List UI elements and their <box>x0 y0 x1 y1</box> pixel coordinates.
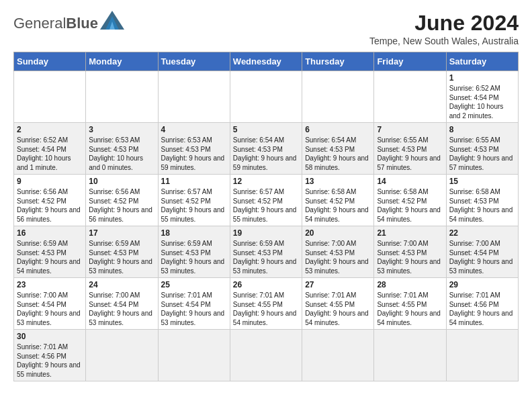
day-info: Sunrise: 6:58 AM Sunset: 4:53 PM Dayligh… <box>449 187 515 224</box>
day-cell: 9Sunrise: 6:56 AM Sunset: 4:52 PM Daylig… <box>14 175 86 226</box>
day-number: 14 <box>377 177 443 186</box>
day-info: Sunrise: 7:00 AM Sunset: 4:54 PM Dayligh… <box>449 239 515 275</box>
week-row-5: 23Sunrise: 7:00 AM Sunset: 4:54 PM Dayli… <box>14 278 519 330</box>
day-cell: 25Sunrise: 7:01 AM Sunset: 4:54 PM Dayli… <box>158 278 230 330</box>
day-number: 25 <box>161 280 227 289</box>
weekday-header-tuesday: Tuesday <box>158 52 230 71</box>
day-number: 3 <box>89 125 154 134</box>
day-cell: 16Sunrise: 6:59 AM Sunset: 4:53 PM Dayli… <box>14 226 86 278</box>
day-number: 10 <box>89 177 154 186</box>
day-cell: 20Sunrise: 7:00 AM Sunset: 4:53 PM Dayli… <box>302 226 374 278</box>
day-cell: 4Sunrise: 6:53 AM Sunset: 4:53 PM Daylig… <box>158 123 230 175</box>
weekday-header-wednesday: Wednesday <box>230 52 302 71</box>
day-cell: 14Sunrise: 6:58 AM Sunset: 4:52 PM Dayli… <box>374 175 446 226</box>
month-title: June 2024 <box>369 11 519 36</box>
day-info: Sunrise: 6:55 AM Sunset: 4:53 PM Dayligh… <box>377 136 443 172</box>
day-info: Sunrise: 7:01 AM Sunset: 4:56 PM Dayligh… <box>449 291 515 327</box>
weekday-header-monday: Monday <box>86 52 158 71</box>
week-row-4: 16Sunrise: 6:59 AM Sunset: 4:53 PM Dayli… <box>14 226 519 278</box>
day-info: Sunrise: 7:01 AM Sunset: 4:56 PM Dayligh… <box>17 342 83 379</box>
day-cell: 13Sunrise: 6:58 AM Sunset: 4:52 PM Dayli… <box>302 175 374 226</box>
day-number: 17 <box>89 228 154 238</box>
location-subtitle: Tempe, New South Wales, Australia <box>369 36 519 46</box>
day-cell: 2Sunrise: 6:52 AM Sunset: 4:54 PM Daylig… <box>14 123 86 175</box>
day-number: 23 <box>17 280 83 289</box>
day-cell: 24Sunrise: 7:00 AM Sunset: 4:54 PM Dayli… <box>86 278 158 330</box>
day-number: 12 <box>233 177 299 186</box>
weekday-header-saturday: Saturday <box>446 52 518 71</box>
day-number: 26 <box>233 280 299 289</box>
day-cell: 18Sunrise: 6:59 AM Sunset: 4:53 PM Dayli… <box>158 226 230 278</box>
week-row-2: 2Sunrise: 6:52 AM Sunset: 4:54 PM Daylig… <box>14 123 519 175</box>
day-info: Sunrise: 7:01 AM Sunset: 4:55 PM Dayligh… <box>377 291 443 327</box>
day-cell <box>374 71 446 123</box>
day-cell: 10Sunrise: 6:56 AM Sunset: 4:52 PM Dayli… <box>86 175 158 226</box>
day-cell <box>302 330 374 381</box>
day-info: Sunrise: 6:56 AM Sunset: 4:52 PM Dayligh… <box>17 187 83 224</box>
day-cell: 12Sunrise: 6:57 AM Sunset: 4:52 PM Dayli… <box>230 175 302 226</box>
week-row-1: 1Sunrise: 6:52 AM Sunset: 4:54 PM Daylig… <box>14 71 519 123</box>
day-info: Sunrise: 7:00 AM Sunset: 4:54 PM Dayligh… <box>17 291 83 327</box>
day-cell: 19Sunrise: 6:59 AM Sunset: 4:53 PM Dayli… <box>230 226 302 278</box>
day-cell: 6Sunrise: 6:54 AM Sunset: 4:53 PM Daylig… <box>302 123 374 175</box>
day-number: 16 <box>17 228 83 238</box>
day-number: 1 <box>449 73 515 83</box>
day-info: Sunrise: 7:01 AM Sunset: 4:55 PM Dayligh… <box>233 291 299 327</box>
day-info: Sunrise: 6:59 AM Sunset: 4:53 PM Dayligh… <box>161 239 227 275</box>
day-cell: 23Sunrise: 7:00 AM Sunset: 4:54 PM Dayli… <box>14 278 86 330</box>
day-cell <box>230 330 302 381</box>
day-info: Sunrise: 6:55 AM Sunset: 4:53 PM Dayligh… <box>449 136 515 172</box>
day-info: Sunrise: 6:53 AM Sunset: 4:53 PM Dayligh… <box>89 136 154 172</box>
day-cell: 3Sunrise: 6:53 AM Sunset: 4:53 PM Daylig… <box>86 123 158 175</box>
day-cell: 22Sunrise: 7:00 AM Sunset: 4:54 PM Dayli… <box>446 226 518 278</box>
day-info: Sunrise: 7:01 AM Sunset: 4:55 PM Dayligh… <box>305 291 371 327</box>
week-row-3: 9Sunrise: 6:56 AM Sunset: 4:52 PM Daylig… <box>14 175 519 226</box>
weekday-header-thursday: Thursday <box>302 52 374 71</box>
day-number: 21 <box>377 228 443 238</box>
day-cell: 5Sunrise: 6:54 AM Sunset: 4:53 PM Daylig… <box>230 123 302 175</box>
weekday-header-friday: Friday <box>374 52 446 71</box>
day-number: 19 <box>233 228 299 238</box>
day-cell <box>302 71 374 123</box>
day-cell: 8Sunrise: 6:55 AM Sunset: 4:53 PM Daylig… <box>446 123 518 175</box>
day-info: Sunrise: 7:01 AM Sunset: 4:54 PM Dayligh… <box>161 291 227 327</box>
day-number: 4 <box>161 125 227 134</box>
day-cell: 17Sunrise: 6:59 AM Sunset: 4:53 PM Dayli… <box>86 226 158 278</box>
day-cell: 26Sunrise: 7:01 AM Sunset: 4:55 PM Dayli… <box>230 278 302 330</box>
day-info: Sunrise: 6:56 AM Sunset: 4:52 PM Dayligh… <box>89 187 154 224</box>
day-cell: 15Sunrise: 6:58 AM Sunset: 4:53 PM Dayli… <box>446 175 518 226</box>
day-number: 6 <box>305 125 371 134</box>
day-number: 2 <box>17 125 83 134</box>
day-cell: 1Sunrise: 6:52 AM Sunset: 4:54 PM Daylig… <box>446 71 518 123</box>
day-info: Sunrise: 6:58 AM Sunset: 4:52 PM Dayligh… <box>305 187 371 224</box>
day-info: Sunrise: 6:52 AM Sunset: 4:54 PM Dayligh… <box>17 136 83 172</box>
day-cell: 11Sunrise: 6:57 AM Sunset: 4:52 PM Dayli… <box>158 175 230 226</box>
day-info: Sunrise: 6:59 AM Sunset: 4:53 PM Dayligh… <box>233 239 299 275</box>
day-cell <box>374 330 446 381</box>
page-header: General Blue June 2024 Tempe, New South … <box>13 11 519 46</box>
day-number: 29 <box>449 280 515 289</box>
title-block: June 2024 Tempe, New South Wales, Austra… <box>369 11 519 46</box>
day-info: Sunrise: 6:57 AM Sunset: 4:52 PM Dayligh… <box>161 187 227 224</box>
day-number: 13 <box>305 177 371 186</box>
day-number: 22 <box>449 228 515 238</box>
day-number: 24 <box>89 280 154 289</box>
day-info: Sunrise: 7:00 AM Sunset: 4:53 PM Dayligh… <box>305 239 371 275</box>
weekday-header-row: SundayMondayTuesdayWednesdayThursdayFrid… <box>14 52 519 71</box>
day-info: Sunrise: 6:59 AM Sunset: 4:53 PM Dayligh… <box>17 239 83 275</box>
day-info: Sunrise: 6:59 AM Sunset: 4:53 PM Dayligh… <box>89 239 154 275</box>
day-number: 9 <box>17 177 83 186</box>
day-info: Sunrise: 6:58 AM Sunset: 4:52 PM Dayligh… <box>377 187 443 224</box>
day-number: 18 <box>161 228 227 238</box>
day-info: Sunrise: 6:57 AM Sunset: 4:52 PM Dayligh… <box>233 187 299 224</box>
week-row-6: 30Sunrise: 7:01 AM Sunset: 4:56 PM Dayli… <box>14 330 519 381</box>
day-cell <box>158 330 230 381</box>
weekday-header-sunday: Sunday <box>14 52 86 71</box>
day-info: Sunrise: 7:00 AM Sunset: 4:53 PM Dayligh… <box>377 239 443 275</box>
day-cell <box>446 330 518 381</box>
day-number: 28 <box>377 280 443 289</box>
day-number: 15 <box>449 177 515 186</box>
day-cell: 7Sunrise: 6:55 AM Sunset: 4:53 PM Daylig… <box>374 123 446 175</box>
day-cell: 29Sunrise: 7:01 AM Sunset: 4:56 PM Dayli… <box>446 278 518 330</box>
logo-icon <box>100 11 124 30</box>
